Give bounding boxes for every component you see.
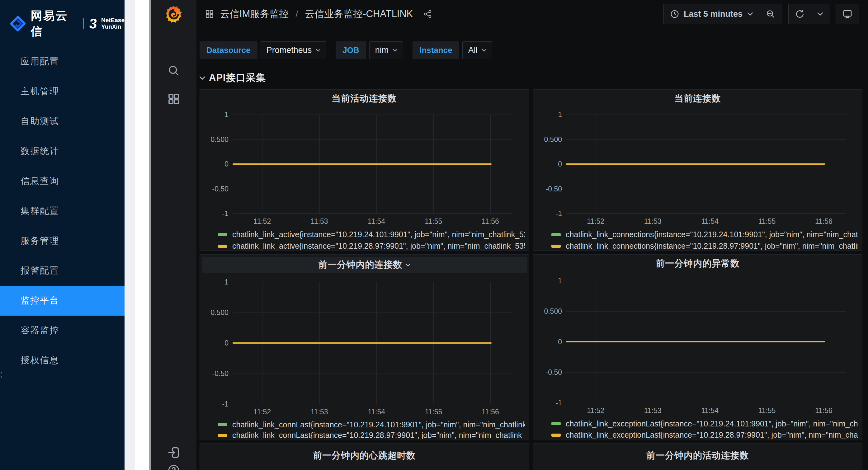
header-controls: Last 5 minutes <box>663 4 859 24</box>
panel-header[interactable]: 前一分钟内的连接数 <box>202 257 527 273</box>
panel-header[interactable]: 前一分钟内的心跳超时数 <box>200 448 529 464</box>
sidebar-item[interactable]: 自助测试 <box>0 106 125 136</box>
dashboard-row-toggle[interactable]: API接口采集 <box>199 71 868 84</box>
gridline <box>566 311 846 312</box>
dashboard-header: 云信IM服务监控 / 云信业务监控-CHATLINK Last 5 minute… <box>196 0 868 28</box>
breadcrumb-root[interactable]: 云信IM服务监控 <box>220 7 289 21</box>
chart-area[interactable]: 10.5000-0.50-1 <box>200 115 529 214</box>
tv-icon <box>842 9 853 19</box>
plot-area <box>232 282 513 404</box>
legend-color-swatch[interactable] <box>218 233 227 236</box>
netease-logo-icon <box>9 14 26 33</box>
y-tick-label: -1 <box>533 210 562 218</box>
chart-area[interactable]: 10.5000-0.50-1 <box>533 115 862 214</box>
variable-dropdown[interactable]: All <box>462 41 492 59</box>
sidebar-item[interactable]: 授权信息 <box>0 345 125 375</box>
y-tick-label: 1 <box>533 277 562 285</box>
chevron-down-icon <box>817 12 823 15</box>
legend-item[interactable]: chatlink_link_exceptionLast{instance="10… <box>551 419 858 428</box>
panel-header[interactable]: 当前连接数 <box>533 91 862 106</box>
legend-item[interactable]: chatlink_link_exceptionLast{instance="10… <box>551 431 858 439</box>
legend-item[interactable]: chatlink_link_connLast{instance="10.219.… <box>218 421 525 429</box>
tv-mode-button[interactable] <box>836 4 859 24</box>
legend-color-swatch[interactable] <box>218 423 227 426</box>
plot-area <box>232 115 513 214</box>
sidebar-item[interactable]: 服务管理 <box>0 226 125 256</box>
y-tick-label: 0 <box>533 338 562 346</box>
variable-label: Instance <box>412 41 459 59</box>
x-axis: 11:5211:5311:5411:5511:56 <box>566 214 846 227</box>
y-tick-label: -0.50 <box>533 368 562 377</box>
legend-color-swatch[interactable] <box>551 422 561 425</box>
y-tick-label: 0.500 <box>533 135 562 144</box>
sidebar-item[interactable]: 报警配置 <box>0 256 125 286</box>
panel-header[interactable]: 当前活动连接数 <box>200 91 529 106</box>
legend-color-swatch[interactable] <box>218 434 227 437</box>
apps-icon[interactable] <box>167 93 180 105</box>
time-range-label: Last 5 minutes <box>684 9 743 19</box>
sidebar-item-label: 授权信息 <box>21 354 59 367</box>
legend-item[interactable]: chatlink_link_connections{instance="10.2… <box>551 242 858 250</box>
variable-dropdown[interactable]: Prometheus <box>260 41 327 59</box>
sign-in-icon[interactable] <box>167 446 181 460</box>
y-tick-label: -0.50 <box>200 185 228 193</box>
brand-name-en: NetEase YunXin <box>101 17 125 30</box>
x-tick-label: 11:54 <box>368 408 385 416</box>
legend-item[interactable]: chatlink_link_connections{instance="10.2… <box>551 230 858 239</box>
legend-item[interactable]: chatlink_link_active{instance="10.219.28… <box>218 242 525 250</box>
variable-label: Datasource <box>199 41 257 59</box>
template-variable: Instance All <box>412 41 492 59</box>
legend-item[interactable]: chatlink_link_active{instance="10.219.24… <box>218 230 525 239</box>
panel-title: 当前活动连接数 <box>332 92 397 105</box>
stray-dots <box>1 372 2 380</box>
legend: chatlink_link_active{instance="10.219.24… <box>200 227 529 250</box>
brand-name-cn: 网易云信 <box>31 8 77 39</box>
refresh-button[interactable] <box>788 4 811 24</box>
y-tick-label: -1 <box>200 400 228 408</box>
time-picker-group: Last 5 minutes <box>663 4 782 24</box>
gridline <box>232 139 513 140</box>
grafana-logo-icon[interactable] <box>164 4 184 24</box>
legend: chatlink_link_connections{instance="10.2… <box>533 227 862 250</box>
legend-color-swatch[interactable] <box>551 233 561 236</box>
legend-color-swatch[interactable] <box>218 245 227 248</box>
refresh-interval-button[interactable] <box>811 4 829 24</box>
sidebar-item[interactable]: 监控平台 <box>0 286 125 316</box>
share-icon[interactable] <box>423 9 432 19</box>
kiosk-group <box>836 4 859 24</box>
variable-value: Prometheus <box>267 45 312 55</box>
sidebar-item[interactable]: 应用配置 <box>0 47 125 76</box>
clock-icon <box>670 9 679 19</box>
legend-item[interactable]: chatlink_link_connLast{instance="10.219.… <box>218 432 525 439</box>
breadcrumb-current[interactable]: 云信业务监控-CHATLINK <box>305 7 413 21</box>
sidebar-item[interactable]: 集群配置 <box>0 196 125 226</box>
variable-dropdown[interactable]: nim <box>369 41 403 59</box>
sidebar-menu: 应用配置 主机管理 自助测试 数据统计 信息查询 集群配置 服务管理 报警配置 … <box>0 47 125 375</box>
legend-color-swatch[interactable] <box>551 434 561 437</box>
x-tick-label: 11:55 <box>758 407 776 415</box>
x-tick-label: 11:55 <box>758 217 776 226</box>
sidebar-item-label: 服务管理 <box>21 235 59 247</box>
y-tick-label: -0.50 <box>200 370 228 378</box>
sidebar-item[interactable]: 主机管理 <box>0 76 125 106</box>
plot-area <box>566 115 846 214</box>
zoom-out-button[interactable] <box>759 4 782 24</box>
help-icon[interactable] <box>167 464 180 470</box>
panel-header[interactable]: 前一分钟内的活动连接数 <box>533 448 862 464</box>
panel-header[interactable]: 前一分钟内的异常数 <box>533 256 862 272</box>
x-tick-label: 11:56 <box>482 217 499 226</box>
x-tick-label: 11:56 <box>482 408 499 416</box>
chart-panel: 当前活动连接数 10.5000-0.50-1 11:5211:5311:5411… <box>199 89 529 251</box>
netease-mark-icon: 3 <box>88 17 97 31</box>
sidebar-item[interactable]: 数据统计 <box>0 136 125 166</box>
chart-area[interactable]: 10.5000-0.50-1 <box>533 281 862 403</box>
x-axis: 11:5211:5311:5411:5511:56 <box>566 403 846 416</box>
time-picker-button[interactable]: Last 5 minutes <box>664 4 759 24</box>
search-icon[interactable] <box>167 64 180 77</box>
template-variable: JOB nim <box>336 41 403 59</box>
sidebar-item[interactable]: 容器监控 <box>0 316 125 345</box>
sidebar-item[interactable]: 信息查询 <box>0 166 125 196</box>
chart-area[interactable]: 10.5000-0.50-1 <box>200 282 529 404</box>
legend-color-swatch[interactable] <box>551 245 561 248</box>
panel-title: 前一分钟内的连接数 <box>318 259 403 271</box>
